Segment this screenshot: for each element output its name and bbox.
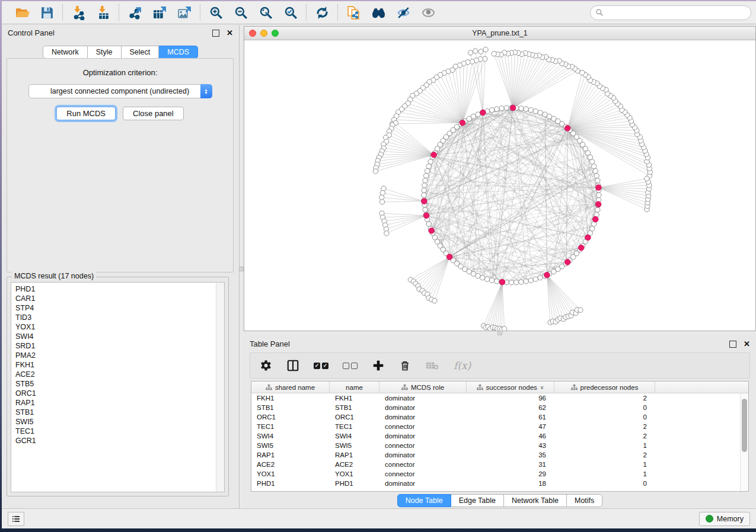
table-cell[interactable]: 31 <box>467 461 554 468</box>
graph-node[interactable] <box>480 275 485 280</box>
mcds-result-item[interactable]: PMA2 <box>11 351 224 360</box>
graph-node[interactable] <box>645 176 649 181</box>
table-cell[interactable]: SWI4 <box>251 432 330 440</box>
run-mcds-button[interactable]: Run MCDS <box>56 107 116 120</box>
graph-node[interactable] <box>580 70 585 75</box>
mcds-result-item[interactable]: SWI5 <box>11 417 224 427</box>
graph-node[interactable] <box>596 185 602 191</box>
table-row[interactable]: TEC1TEC1connector472 <box>251 422 748 431</box>
add-row-icon[interactable] <box>372 358 385 373</box>
export-network-icon[interactable] <box>126 4 143 21</box>
optimization-criterion-select[interactable]: largest connected component (undirected)… <box>28 84 212 98</box>
graph-node[interactable] <box>431 152 437 158</box>
graph-node[interactable] <box>489 107 494 112</box>
table-row[interactable]: RAP1RAP1dominator352 <box>251 450 748 460</box>
graph-node[interactable] <box>502 326 506 331</box>
table-cell[interactable]: dominator <box>379 480 467 487</box>
graph-node[interactable] <box>473 49 478 53</box>
vertical-splitter[interactable] <box>240 26 244 331</box>
graph-node[interactable] <box>380 190 385 195</box>
mcds-result-item[interactable]: FKH1 <box>11 360 224 370</box>
graph-node[interactable] <box>595 178 600 183</box>
graph-node[interactable] <box>564 126 570 132</box>
graph-node[interactable] <box>590 226 595 231</box>
mcds-result-item[interactable]: STP4 <box>11 303 224 313</box>
graph-node[interactable] <box>432 299 437 303</box>
network-window-titlebar[interactable]: YPA_prune.txt_1 <box>244 27 755 40</box>
table-cell[interactable]: SWI4 <box>330 432 379 440</box>
column-header-predecessor-nodes[interactable]: predecessor nodes <box>554 382 655 393</box>
column-header-successor-nodes[interactable]: successor nodes∨ <box>467 382 554 393</box>
graph-node[interactable] <box>381 186 386 191</box>
table-cell[interactable]: 2 <box>554 432 655 440</box>
table-cell[interactable]: 1 <box>554 442 655 449</box>
graph-node[interactable] <box>379 195 384 200</box>
close-panel-icon[interactable]: ✕ <box>744 340 750 348</box>
table-cell[interactable]: STB1 <box>330 404 379 411</box>
table-row[interactable]: PHD1PHD1dominator180 <box>251 479 748 488</box>
zoom-selected-icon[interactable] <box>282 4 299 21</box>
table-cell[interactable]: connector <box>379 423 467 430</box>
table-cell[interactable]: 61 <box>467 414 554 421</box>
graph-node[interactable] <box>590 159 595 164</box>
mcds-result-item[interactable]: TEC1 <box>11 427 224 436</box>
mcds-result-item[interactable]: SWI4 <box>11 332 224 341</box>
graph-node[interactable] <box>499 106 504 111</box>
graph-node[interactable] <box>489 278 494 283</box>
mcds-result-item[interactable]: TID3 <box>11 313 224 322</box>
zoom-out-icon[interactable] <box>232 4 249 21</box>
delete-row-icon[interactable] <box>399 358 411 373</box>
graph-node[interactable] <box>592 216 598 222</box>
graph-node[interactable] <box>446 254 452 260</box>
graph-node[interactable] <box>514 280 519 285</box>
table-cell[interactable]: 0 <box>554 414 655 421</box>
close-panel-icon[interactable]: ✕ <box>227 29 233 37</box>
search-network-icon[interactable] <box>370 4 387 21</box>
float-panel-icon[interactable] <box>729 341 736 348</box>
close-panel-button[interactable]: Close panel <box>123 107 184 120</box>
mcds-result-item[interactable]: CAR1 <box>11 294 224 303</box>
mcds-result-list[interactable]: PHD1CAR1STP4TID3YOX1SWI4SRD1PMA2FKH1ACE2… <box>11 282 225 492</box>
tab-motifs[interactable]: Motifs <box>567 494 602 507</box>
mcds-result-item[interactable]: GCR1 <box>11 436 224 446</box>
table-cell[interactable]: 18 <box>467 480 554 487</box>
graph-node[interactable] <box>480 110 486 116</box>
table-cell[interactable]: dominator <box>379 432 467 440</box>
graph-node[interactable] <box>509 280 513 285</box>
graph-node[interactable] <box>593 168 598 173</box>
tab-mcds[interactable]: MCDS <box>159 46 198 59</box>
mcds-result-item[interactable]: PHD1 <box>11 284 224 294</box>
splitter-handle[interactable] <box>497 331 502 335</box>
table-cell[interactable]: 62 <box>467 404 554 411</box>
table-row[interactable]: YOX1YOX1connector291 <box>251 469 748 479</box>
import-table-icon[interactable] <box>95 4 111 21</box>
graph-node[interactable] <box>422 198 428 204</box>
graph-node[interactable] <box>499 279 505 285</box>
table-row[interactable]: ACE2ACE2connector311 <box>251 460 748 469</box>
graph-node[interactable] <box>425 168 430 173</box>
show-log-icon[interactable] <box>8 512 24 526</box>
graph-node[interactable] <box>510 105 516 111</box>
tab-select[interactable]: Select <box>122 46 160 59</box>
graph-node[interactable] <box>591 164 596 169</box>
graph-node[interactable] <box>594 173 599 178</box>
table-cell[interactable]: connector <box>379 461 467 468</box>
graph-node[interactable] <box>468 50 473 55</box>
select-all-icon[interactable]: ✓✓ <box>314 358 328 373</box>
table-cell[interactable]: 47 <box>467 423 554 430</box>
graph-node[interactable] <box>585 235 591 241</box>
graph-node[interactable] <box>423 213 429 219</box>
table-cell[interactable]: 96 <box>467 395 554 402</box>
export-table-icon[interactable] <box>151 4 168 21</box>
float-panel-icon[interactable] <box>212 30 219 37</box>
open-file-icon[interactable] <box>14 4 30 21</box>
tab-network-table[interactable]: Network Table <box>504 494 567 507</box>
refresh-view-icon[interactable] <box>314 4 330 21</box>
mcds-result-item[interactable]: STB1 <box>11 408 224 417</box>
graph-node[interactable] <box>543 112 547 117</box>
table-cell[interactable]: RAP1 <box>330 451 379 459</box>
table-cell[interactable]: PHD1 <box>251 480 330 487</box>
mcds-list-scrollbar[interactable] <box>216 283 224 492</box>
memory-button[interactable]: Memory <box>699 512 750 526</box>
graph-node[interactable] <box>547 114 551 118</box>
